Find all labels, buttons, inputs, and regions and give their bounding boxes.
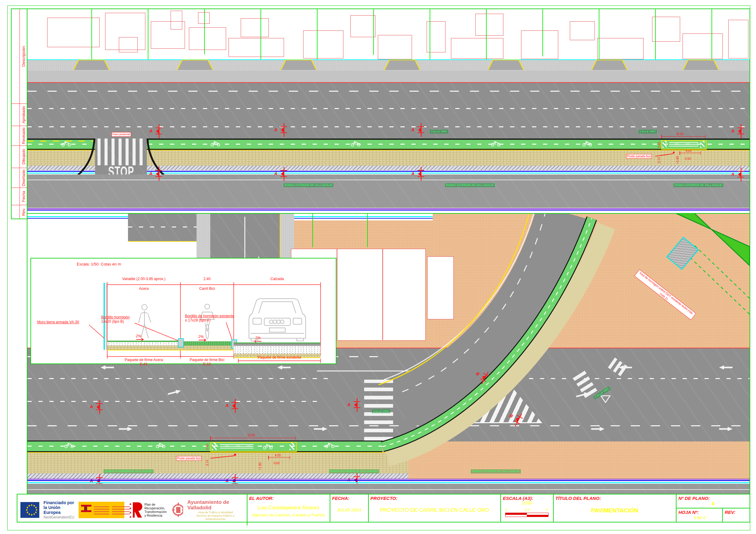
revision-label: Diseñado	[21, 169, 26, 186]
ayuntamiento-name: Ayuntamiento de Valladolid	[187, 499, 244, 511]
fecha-value: JULIO 2024	[330, 507, 368, 512]
road-name-label: RONDA EXTERIOR DE VALLADOLID	[104, 470, 153, 473]
dim-bike-width: 2.40	[658, 142, 661, 148]
revision-table: Descripción Aprobado Revisado Dibujado D…	[11, 9, 28, 219]
rev-value: -	[723, 515, 750, 520]
road-name-label: RONDA EXTERIOR DE VALLADOLID	[329, 470, 379, 473]
road-name-label: RONDA EXTERIOR DE VALLADOLID	[445, 183, 495, 187]
plano-label: Nº DE PLANO:	[678, 496, 710, 501]
crossing-annotation: Paso peatonal	[112, 132, 131, 137]
title-escala-cell: ESCALA (A3): 1/250 0 2.5 5	[501, 495, 554, 522]
prtr-line1: Plan de	[145, 503, 167, 506]
dim-post-offset: 4.00	[686, 149, 691, 153]
titulo-value: PAVIMENTACIÓN	[554, 507, 676, 514]
title-titulo-cell: TÍTULO DEL PLANO: PAVIMENTACIÓN	[554, 495, 677, 522]
dim-walk-width: 3.74	[658, 157, 661, 163]
title-block: Financiado por la Unión Europea NextGene…	[17, 494, 750, 522]
dim-bike-width: 2.40	[206, 444, 209, 450]
revision-label: Aprobado	[21, 106, 26, 123]
valladolid-crest-icon	[171, 501, 183, 519]
dim-post-side: 0.60	[685, 157, 691, 161]
revision-row-rev: Rev.	[12, 205, 27, 218]
plano-value: 4	[676, 501, 750, 507]
title-autor-cell: EL AUTOR: Luis Cantalapiedra Álvarez Ing…	[247, 495, 330, 522]
dim-bus-length: 18.00	[247, 434, 255, 437]
prtr-line2: Recuperación,	[145, 506, 167, 510]
title-num-cell: Nº DE PLANO: 4 HOJA Nº: 3 de 3 REV: -	[676, 495, 750, 522]
firme-acera: Paquete de firme Acera	[107, 358, 180, 362]
street-name-label: CALLE ORO	[430, 130, 448, 134]
eu-flag-icon	[20, 502, 39, 518]
scale-bar	[505, 513, 549, 517]
title-proyecto-cell: PROYECTO: PROYECTO DE CARRIL BICI EN CAL…	[369, 495, 501, 522]
car-figure-icon	[249, 299, 306, 341]
eu-funding-line3: NextGenerationEU	[43, 515, 74, 520]
firme-acera-code: E-41	[107, 362, 180, 366]
scale-bar-ticks: 0 2.5 5	[505, 508, 549, 512]
revision-row-disenado: Diseñado	[12, 168, 27, 188]
revision-label: Rev.	[21, 208, 26, 216]
prtr-line3: Transformación	[145, 510, 167, 514]
dim-clearance: >1.80	[676, 156, 679, 164]
proyecto-value: PROYECTO DE CARRIL BICI EN CALLE ORO	[369, 507, 500, 513]
dim-post-side: 0.60	[274, 462, 280, 465]
seg-acera-dim: Variable (2.00-3.85 aprox.)	[107, 277, 180, 281]
ayuntamiento-dept2: Servicio de Espacio Público e Infraestru…	[187, 514, 244, 521]
pedestrian-crossing-zebra	[97, 139, 145, 165]
revision-label: Descripción	[21, 46, 26, 67]
seg-calzada: Calzada	[234, 277, 321, 281]
plan-view-top: CALLE ORO CALLE ORO STOP Paso peatonal R…	[27, 9, 750, 214]
fecha-label: FECHA:	[332, 496, 349, 501]
revision-label: Dibujado	[21, 149, 26, 165]
eu-funding-line2: la Unión Europea	[43, 505, 74, 515]
revision-row-aprobado: Aprobado	[12, 104, 27, 126]
title-logos-cell: Financiado por la Unión Europea NextGene…	[17, 495, 247, 525]
revision-row-fecha: Fecha	[12, 188, 27, 205]
stub-road	[128, 214, 197, 242]
bus-stop-box	[661, 140, 707, 149]
road-name-label: RONDA EXTERIOR DE VALLADOLID	[673, 183, 723, 187]
proyecto-label: PROYECTO:	[370, 496, 398, 501]
street-name-label: CALLE ORO	[372, 409, 390, 413]
prtr-line4: y Resiliencia	[145, 514, 167, 517]
plan-view-bottom: CALLE ORO CALLE ORO 2.40 3.85 18.00 2.40…	[27, 213, 750, 495]
cross-section-inset: Escala: 1/50. Cotas en m	[31, 258, 337, 364]
slope-label: 2%	[136, 334, 141, 338]
title-fecha-cell: FECHA: JULIO 2024	[330, 495, 369, 522]
bordillo-a-label: Bordillo de hormigón existente	[185, 314, 234, 318]
ayuntamiento-dept1: Área de Tráfico y Movilidad	[187, 511, 244, 514]
eu-funding-line1: Financiado por	[43, 500, 74, 505]
titulo-label: TÍTULO DEL PLANO:	[555, 496, 601, 501]
bus-stop-box	[210, 442, 297, 452]
dim-post-offset: 4.00	[275, 454, 281, 457]
dim-clearance: >1.80	[258, 463, 262, 470]
firme-existente: Paquete de firme existente	[238, 355, 321, 360]
autor-title: Ingeniero de Caminos, Canales y Puertos	[247, 513, 330, 517]
revision-label: Revisado	[21, 128, 26, 144]
revision-row-revisado: Revisado	[12, 126, 27, 146]
firme-bici: Paquete de firme Bici	[180, 358, 234, 362]
street-name-label: CALLE ORO	[638, 130, 657, 134]
muro-label: Muro tierra armada VA-30	[37, 320, 79, 324]
hoja-label: HOJA Nº:	[678, 510, 699, 515]
terrain-area	[382, 441, 750, 479]
road-name-label: RONDA EXTERIOR DE VALLADOLID	[471, 470, 521, 473]
escala-value: 1/250	[501, 500, 553, 505]
revision-row-dibujado: Dibujado	[12, 146, 27, 168]
firme-bici-code: E-10	[180, 362, 234, 366]
utility-line-purple	[27, 209, 750, 210]
seg-acera: Acera	[107, 287, 180, 291]
pedestrian-figure-icon	[139, 304, 151, 338]
slope-label: 2%	[256, 336, 260, 340]
bordillo-a-label2: o 17x28 (tipo A)	[185, 318, 210, 322]
escala-label: ESCALA (A3):	[503, 496, 533, 501]
autor-label: EL AUTOR:	[249, 496, 274, 501]
drawing-sheet: Descripción Aprobado Revisado Dibujado D…	[0, 0, 756, 534]
prtr-logo-icon	[129, 502, 143, 518]
bus-post-label: Poste parada bus	[626, 154, 652, 159]
revision-label: Fecha	[21, 191, 26, 202]
road-name-label: RONDA EXTERIOR DE VALLADOLID	[284, 183, 333, 187]
existing-sidewalk	[27, 71, 750, 83]
rev-label: REV:	[725, 510, 735, 515]
autor-name: Luis Cantalapiedra Álvarez	[247, 505, 330, 511]
